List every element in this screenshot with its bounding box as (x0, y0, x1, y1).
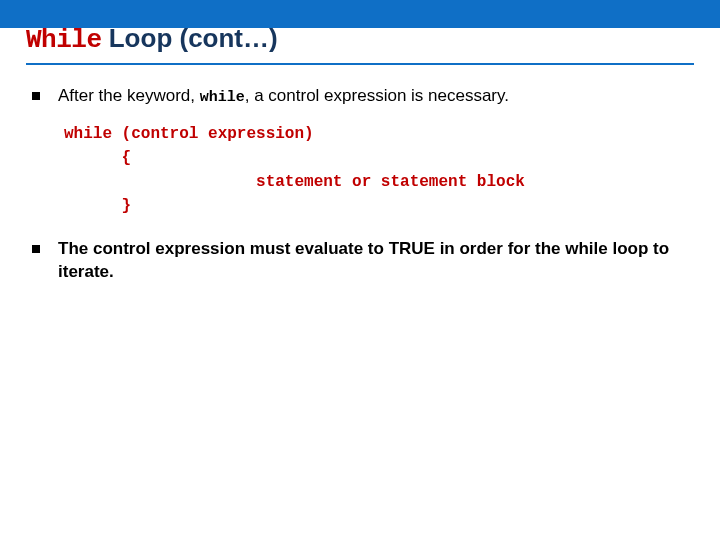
heading-keyword: While (26, 25, 102, 55)
text-fragment: , a control expression is necessary. (245, 86, 509, 105)
list-item: The control expression must evaluate to … (32, 238, 684, 284)
bullet-icon (32, 245, 40, 253)
bullet-text-2: The control expression must evaluate to … (58, 238, 684, 284)
code-block: while (control expression) { statement o… (64, 122, 684, 218)
bullet-list: After the keyword, while, a control expr… (32, 85, 684, 108)
text-fragment: After the keyword, (58, 86, 200, 105)
list-item: After the keyword, while, a control expr… (32, 85, 684, 108)
slide-body: While Loop (cont…) After the keyword, wh… (0, 24, 720, 284)
slide-content: After the keyword, while, a control expr… (26, 65, 694, 284)
slide-heading: While Loop (cont…) (26, 24, 694, 65)
bullet-text-1: After the keyword, while, a control expr… (58, 85, 509, 108)
inline-keyword: while (200, 89, 245, 106)
bullet-icon (32, 92, 40, 100)
heading-rest: Loop (cont…) (102, 23, 278, 53)
bullet-list: The control expression must evaluate to … (32, 238, 684, 284)
